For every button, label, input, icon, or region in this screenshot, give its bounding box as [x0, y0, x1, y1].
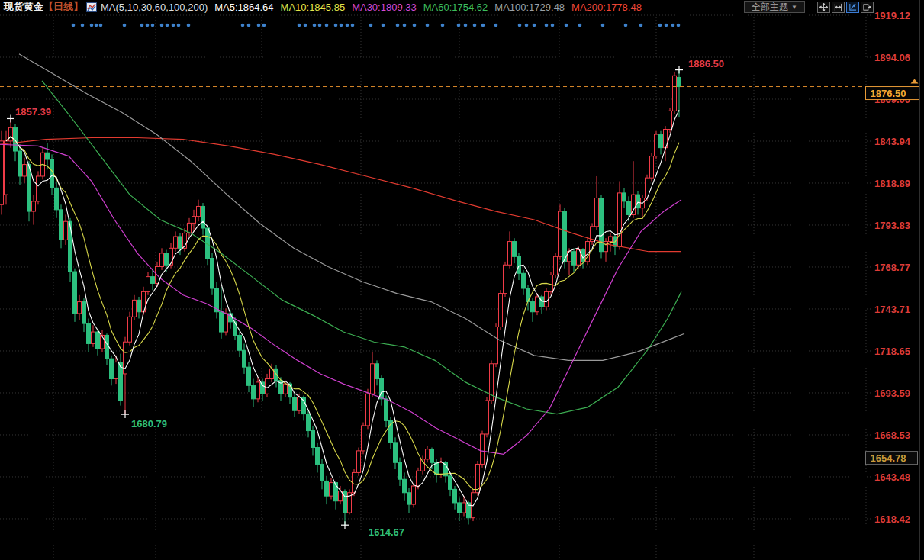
axis-label: 1894.06 — [874, 52, 910, 63]
candlesticks — [0, 70, 681, 526]
event-dot — [99, 24, 103, 27]
chevron-down-icon: ▼ — [791, 4, 797, 11]
axis-label: 1618.42 — [874, 513, 910, 525]
event-dot — [340, 24, 343, 27]
event-dot — [325, 24, 329, 27]
event-dot — [545, 24, 549, 27]
ma100-value: MA100:1729.48 — [494, 2, 565, 13]
event-dot — [481, 24, 485, 27]
event-dot — [146, 24, 150, 27]
event-dot — [369, 24, 373, 27]
event-dot — [639, 24, 643, 27]
event-dot — [658, 24, 662, 27]
event-dot — [351, 24, 355, 27]
event-dot — [565, 24, 568, 27]
event-dot — [187, 24, 191, 27]
axis-label: 1793.83 — [874, 220, 910, 231]
mini-chart-icon — [86, 2, 97, 12]
event-dot — [413, 24, 417, 27]
event-dot — [313, 24, 317, 27]
event-dot — [318, 24, 322, 27]
fit-screen-icon — [819, 3, 828, 11]
ma5-value: MA5:1864.64 — [214, 2, 273, 13]
event-dot — [160, 24, 164, 27]
axis-label: 1818.89 — [874, 178, 910, 189]
current-price-marker: 1876.50 — [0, 79, 920, 100]
ma30-value: MA30:1809.33 — [352, 2, 417, 13]
event-dot — [257, 24, 261, 27]
event-dot — [346, 24, 349, 27]
period-label: 【日线】 — [43, 0, 83, 14]
axis-label: 1768.77 — [874, 262, 910, 273]
event-dot — [551, 24, 555, 27]
price-up-arrow-icon — [911, 79, 919, 84]
collapse-panel-button[interactable] — [861, 2, 874, 13]
scale-x-axis-icon — [834, 3, 842, 11]
event-dot — [518, 24, 522, 27]
event-dot — [426, 24, 430, 27]
cost-marker: 1654.78 — [866, 452, 918, 465]
event-dot — [533, 24, 536, 27]
event-dot — [382, 24, 385, 27]
event-dot — [677, 24, 681, 27]
moving-average-lines — [0, 54, 684, 506]
event-dot — [177, 24, 181, 27]
ma-line-ma10 — [6, 137, 679, 490]
event-dot — [95, 24, 98, 27]
event-dot — [304, 24, 307, 27]
event-dot — [665, 24, 668, 27]
event-dot — [334, 24, 338, 27]
axis-label: 1718.65 — [874, 346, 910, 357]
event-dot — [123, 24, 127, 27]
event-dots — [72, 24, 681, 27]
scale-y-axis-button[interactable] — [846, 2, 859, 13]
ma-line-ma100 — [19, 54, 684, 361]
axis-label: 1843.94 — [874, 136, 911, 147]
ma-line-ma200 — [0, 137, 681, 251]
event-dot — [72, 24, 76, 27]
ma60-value: MA60:1754.62 — [423, 2, 488, 13]
event-dot — [90, 24, 94, 27]
symbol-name: 现货黄金 — [4, 0, 43, 14]
event-dot — [151, 24, 155, 27]
extreme-price-label: 1614.67 — [369, 526, 404, 538]
event-dot — [262, 24, 266, 27]
event-dot — [578, 24, 582, 27]
event-dot — [241, 24, 245, 27]
ma-line-ma30 — [0, 144, 681, 454]
axis-label: 1643.48 — [874, 471, 910, 483]
event-dot — [494, 24, 498, 27]
axis-label: 1743.71 — [874, 304, 910, 315]
event-dot — [298, 24, 301, 27]
event-dot — [396, 24, 400, 27]
event-dot — [473, 24, 477, 27]
extreme-annotations: 1857.391886.501680.791614.67 — [7, 58, 724, 539]
collapse-panel-icon — [863, 3, 871, 11]
scale-y-axis-icon — [848, 3, 857, 11]
event-dot — [601, 24, 605, 27]
trading-terminal: { "header": { "symbol": "现货黄金", "period"… — [0, 0, 924, 560]
fit-screen-button[interactable] — [817, 2, 830, 13]
event-dot — [403, 24, 407, 27]
ma200-value: MA200:1778.48 — [571, 2, 642, 13]
themes-dropdown[interactable]: 全部主题 ▼ — [744, 1, 805, 13]
price-chart[interactable]: 1919.121894.061869.001843.941818.891793.… — [0, 0, 924, 560]
event-dot — [172, 24, 175, 27]
extreme-price-label: 1680.79 — [131, 418, 167, 430]
event-dot — [247, 24, 251, 27]
event-dot — [464, 24, 468, 27]
event-dot — [525, 24, 529, 27]
axis-label: 1693.59 — [874, 388, 910, 399]
event-dot — [81, 24, 85, 27]
event-dot — [671, 24, 675, 27]
event-dot — [166, 24, 169, 27]
extreme-price-label: 1857.39 — [15, 106, 51, 117]
event-dot — [624, 24, 628, 27]
themes-dropdown-label: 全部主题 — [752, 1, 788, 14]
event-dot — [140, 24, 144, 27]
event-dot — [457, 24, 461, 27]
svg-text:1876.50: 1876.50 — [871, 88, 906, 99]
scale-x-axis-button[interactable] — [832, 2, 845, 13]
event-dot — [441, 24, 445, 27]
ma-line-ma5 — [6, 110, 679, 506]
